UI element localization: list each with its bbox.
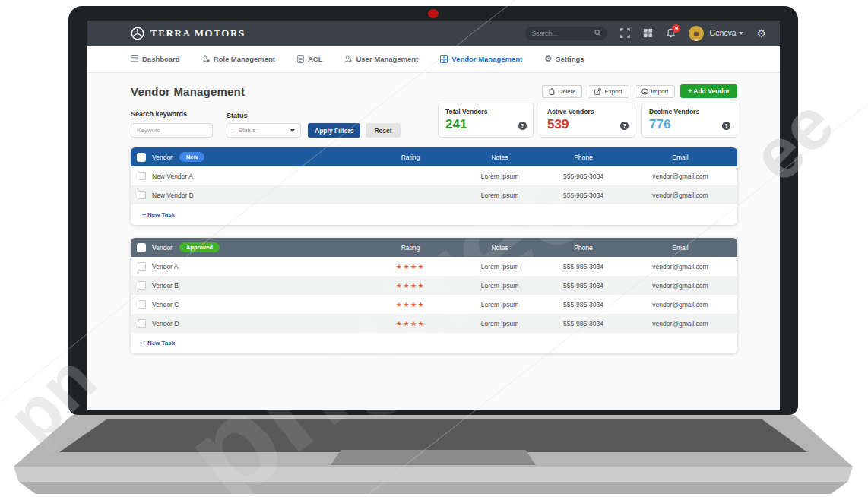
notes-cell: Lorem Ipsum	[456, 320, 543, 328]
add-vendor-button[interactable]: + Add Vendor	[680, 84, 737, 98]
page-title: Vendor Management	[131, 85, 245, 98]
new-task-link[interactable]: + New Task	[142, 340, 175, 347]
nav-item-settings[interactable]: ⚙ Settings	[544, 55, 584, 63]
vendor-name: Vendor C	[152, 301, 365, 309]
webcam-dot	[428, 9, 439, 18]
brand-logo: TERRA MOTORS	[131, 27, 246, 40]
table-footer: + New Task	[131, 333, 737, 353]
dashboard-icon	[131, 55, 138, 63]
vendor-name: Vendor B	[152, 282, 365, 290]
column-notes: Notes	[456, 154, 543, 161]
settings-gear-icon[interactable]: ⚙	[756, 28, 766, 39]
table-row[interactable]: Vendor A ★★★★ Lorem Ipsum 555-985-3034 v…	[131, 257, 737, 276]
help-icon[interactable]: ?	[518, 122, 527, 130]
help-icon[interactable]: ?	[620, 122, 629, 130]
column-rating: Rating	[365, 244, 456, 252]
phone-cell: 555-985-3034	[543, 301, 623, 309]
user-management-icon	[344, 55, 352, 63]
laptop-bezel: TERRA MOTORS	[68, 6, 798, 415]
email-cell: vendor@gmail.com	[623, 301, 737, 309]
terra-motors-logo-icon	[131, 27, 144, 40]
notification-badge: 9	[672, 24, 680, 33]
laptop-base-edge	[14, 467, 853, 482]
rating-stars: ★★★★	[365, 301, 456, 309]
search-box[interactable]	[525, 27, 607, 40]
decline-vendors-value: 776	[649, 117, 730, 132]
nav-item-acl[interactable]: ACL	[297, 55, 323, 63]
vendor-name: New Vendor B	[152, 192, 365, 199]
new-task-link[interactable]: + New Task	[142, 211, 175, 218]
vendor-name: Vendor D	[152, 320, 365, 328]
laptop-trackpad	[331, 450, 536, 465]
rating-stars: ★★★★	[365, 320, 456, 328]
row-checkbox[interactable]	[138, 300, 146, 309]
keyword-filter: Search keywords	[131, 110, 213, 138]
import-icon	[641, 88, 648, 95]
laptop-base-bottom	[19, 482, 847, 494]
row-checkbox[interactable]	[138, 319, 146, 328]
column-phone: Phone	[543, 244, 623, 252]
column-rating: Rating	[365, 154, 456, 161]
table-row[interactable]: New Vendor B Lorem Ipsum 555-985-3034 ve…	[131, 185, 737, 204]
stat-card-total-vendors: Total Vendors 241 ?	[438, 103, 534, 138]
table-header: Vendor Approved Rating Notes Phone Email	[131, 238, 737, 257]
row-checkbox[interactable]	[138, 191, 146, 199]
chevron-down-icon	[739, 32, 743, 35]
import-button[interactable]: Import	[635, 85, 676, 98]
table-row[interactable]: Vendor C ★★★★ Lorem Ipsum 555-985-3034 v…	[131, 295, 737, 314]
help-icon[interactable]: ?	[722, 122, 730, 130]
nav-item-role-management[interactable]: Role Management	[202, 55, 275, 63]
table-header: Vendor New Rating Notes Phone Email	[131, 147, 737, 166]
export-button[interactable]: Export	[588, 85, 629, 98]
notes-cell: Lorem Ipsum	[456, 173, 543, 180]
stat-card-decline-vendors: Decline Vendors 776 ?	[641, 103, 737, 138]
email-cell: vendor@gmail.com	[623, 320, 737, 328]
new-vendors-table: Vendor New Rating Notes Phone Email New …	[131, 147, 737, 225]
nav-item-vendor-management[interactable]: Vendor Management	[440, 55, 522, 63]
nav-item-dashboard[interactable]: Dashboard	[131, 55, 180, 63]
select-all-checkbox[interactable]	[137, 153, 146, 162]
user-name: Geneva	[709, 29, 736, 37]
chevron-down-icon	[290, 129, 295, 132]
trash-icon	[549, 88, 555, 95]
active-vendors-value: 539	[547, 117, 628, 132]
keyword-label: Search keywords	[131, 110, 213, 118]
row-checkbox[interactable]	[138, 262, 146, 271]
search-input[interactable]	[531, 30, 594, 37]
table-row[interactable]: Vendor D ★★★★ Lorem Ipsum 555-985-3034 v…	[131, 314, 737, 333]
table-row[interactable]: Vendor B ★★★★ Lorem Ipsum 555-985-3034 v…	[131, 276, 737, 295]
row-checkbox[interactable]	[138, 172, 146, 180]
table-row[interactable]: New Vendor A Lorem Ipsum 555-985-3034 ve…	[131, 166, 737, 185]
export-icon	[594, 88, 601, 95]
phone-cell: 555-985-3034	[543, 282, 623, 290]
nav-item-user-management[interactable]: User Management	[344, 55, 418, 63]
notes-cell: Lorem Ipsum	[456, 282, 543, 290]
laptop-keyboard	[59, 419, 807, 452]
settings-icon: ⚙	[544, 55, 552, 63]
vendor-name: New Vendor A	[152, 173, 365, 180]
delete-button[interactable]: Delete	[542, 85, 582, 98]
user-avatar[interactable]	[689, 26, 704, 41]
stat-card-active-vendors: Active Vendors 539 ?	[540, 103, 635, 138]
row-checkbox[interactable]	[138, 281, 146, 290]
vendor-management-icon	[440, 55, 448, 63]
email-cell: vendor@gmail.com	[623, 263, 737, 271]
status-select[interactable]: -- Status --	[227, 123, 301, 138]
notes-cell: Lorem Ipsum	[456, 263, 543, 271]
select-all-checkbox[interactable]	[137, 243, 146, 252]
group-label: Vendor	[152, 154, 173, 161]
main-nav: Dashboard Role Management ACL	[87, 46, 780, 73]
notes-cell: Lorem Ipsum	[456, 192, 543, 199]
reset-button[interactable]: Reset	[366, 123, 400, 138]
status-badge: Approved	[179, 242, 220, 252]
fullscreen-icon[interactable]	[620, 28, 630, 38]
vendor-name: Vendor A	[152, 263, 365, 271]
content-area: Vendor Management Delete	[87, 84, 780, 353]
user-menu[interactable]: Geneva	[709, 29, 743, 37]
keyword-input[interactable]	[131, 123, 213, 138]
table-footer: + New Task	[131, 204, 737, 225]
notifications-bell-icon[interactable]: 9	[666, 28, 676, 38]
apply-filters-button[interactable]: Apply Filters	[308, 123, 360, 138]
email-cell: vendor@gmail.com	[623, 173, 737, 180]
apps-grid-icon[interactable]	[643, 28, 653, 38]
